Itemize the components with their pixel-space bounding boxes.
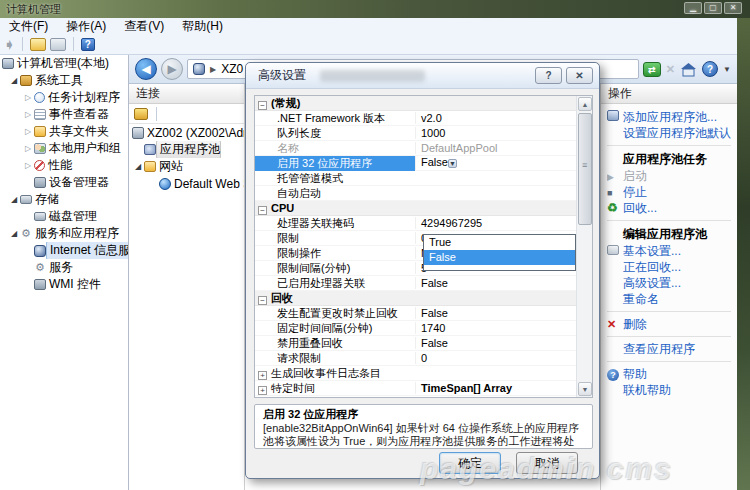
expand-icon[interactable]: + [258,386,267,395]
tree-item-iis-manager[interactable]: Internet 信息服务(IIS)管 [0,242,128,259]
grid-row-name[interactable]: 名称 DefaultAppPool [255,141,577,156]
expander-closed-icon[interactable]: ▷ [25,110,34,119]
menu-view[interactable]: 查看(V) [115,18,173,34]
computer-icon [2,58,14,69]
expander-open-icon[interactable]: ◢ [135,162,144,171]
action-online-help[interactable]: 联机帮助 [607,382,731,398]
grid-row-queue-length[interactable]: 队列长度 1000 [255,126,577,141]
minimize-button[interactable]: ▁ [684,2,702,14]
collapse-icon[interactable]: − [258,296,267,305]
grid-row-autostart[interactable]: 自动启动 [255,186,577,201]
dialog-help-button[interactable]: ? [535,67,562,84]
expander-closed-icon[interactable]: ▷ [25,93,34,102]
expander-open-icon[interactable]: ◢ [11,76,20,85]
action-start[interactable]: ▶ 启动 [607,168,731,184]
collapse-icon[interactable]: − [258,101,267,110]
action-set-app-pool-defaults[interactable]: 设置应用程序池默认设置... [607,125,731,141]
action-add-app-pool[interactable]: 添加应用程序池... [607,109,731,125]
grid-row-net-framework-version[interactable]: .NET Framework 版本 v2.0 [255,111,577,126]
grid-row-processor-affinity-enabled[interactable]: 已启用处理器关联 False [255,276,577,291]
tree-item-system-tools[interactable]: ◢ 系统工具 [0,72,128,89]
tree-item-wmi-control[interactable]: WMI 控件 [0,276,128,293]
grid-row-managed-pipeline-mode[interactable]: 托管管道模式 [255,171,577,186]
collapse-icon[interactable]: − [258,206,267,215]
save-connections-icon[interactable] [134,108,148,120]
menu-action[interactable]: 操作(A) [57,18,115,34]
wmi-icon [34,279,46,290]
conn-item-app-pools[interactable]: 应用程序池 [129,141,244,158]
grid-row-disable-recycle-on-config-change[interactable]: 发生配置更改时禁止回收 False [255,306,577,321]
tree-item-services[interactable]: ⚙ 服务 [0,259,128,276]
dialog-close-button[interactable]: ✕ [566,67,593,84]
maximize-button[interactable]: ▢ [704,2,722,14]
action-recycle[interactable]: ♻ 回收... [607,200,731,216]
expand-icon[interactable]: + [258,371,267,380]
grid-section-cpu[interactable]: −CPU [255,201,577,216]
grid-scrollbar[interactable]: ▲ ▼ [576,96,592,397]
tree-item-services-and-applications[interactable]: ◢ ⚙ 服务和应用程序 [0,225,128,242]
tree-item-performance[interactable]: ▷ 性能 [0,157,128,174]
combo-option-true[interactable]: True [424,235,575,250]
grid-row-regular-time-interval[interactable]: 固定时间间隔(分钟) 1740 [255,321,577,336]
tree-item-task-scheduler[interactable]: ▷ 任务计划程序 [0,89,128,106]
action-help[interactable]: ? 帮助 [607,366,731,382]
conn-item-server[interactable]: XZ002 (XZ002\Admin [129,124,244,141]
grid-row-request-limit[interactable]: 请求限制 0 [255,351,577,366]
grid-row-enable-32bit-apps[interactable]: 启用 32 位应用程序 False▼ [255,156,577,171]
expander-open-icon[interactable]: ◢ [11,195,20,204]
tree-item-event-viewer[interactable]: ▷ 事件查看器 [0,106,128,123]
menu-help[interactable]: 帮助(H) [173,18,232,34]
scroll-up-icon[interactable]: ▲ [578,97,592,111]
tree-item-device-manager[interactable]: 设备管理器 [0,174,128,191]
home-icon[interactable] [680,62,697,77]
close-button[interactable]: ✕ [724,2,742,14]
dialog-titlebar[interactable]: 高级设置 ? ✕ [246,63,599,89]
scroll-down-icon[interactable]: ▼ [578,382,592,396]
actions-header: 操作 [601,84,737,104]
conn-item-sites[interactable]: ◢ 网站 [129,158,244,175]
action-basic-settings[interactable]: 基本设置... [607,243,731,259]
grid-row-specific-times[interactable]: +特定时间 TimeSpan[] Array [255,381,577,396]
conn-item-default-web-site[interactable]: Default Web S [129,175,244,192]
action-advanced-settings[interactable]: 高级设置... [607,275,731,291]
grid-section-recycling[interactable]: −回收 [255,291,577,306]
tree-item-disk-management[interactable]: 磁盘管理 [0,208,128,225]
help-icon[interactable]: ? [702,61,718,77]
combo-option-false[interactable]: False [424,250,575,265]
action-view-applications[interactable]: 查看应用程序 [607,341,731,357]
combo-dropdown-button[interactable]: ▼ [448,159,457,168]
forward-arrow-icon[interactable]: ➧ [4,37,15,52]
refresh-go-icon[interactable]: ⇄ [643,62,661,77]
recycle-icon: ♻ [607,201,618,215]
export-list-icon[interactable] [30,38,46,51]
add-app-pool-icon [607,110,619,121]
action-recycling[interactable]: 正在回收... [607,259,731,275]
action-stop[interactable]: ■ 停止 [607,184,731,200]
tree-item-computer-management[interactable]: 计算机管理(本地) [0,55,128,72]
basic-settings-icon [607,245,619,255]
tree-item-shared-folders[interactable]: ▷ 共享文件夹 [0,123,128,140]
grid-section-general[interactable]: −(常规) [255,96,577,111]
action-rename[interactable]: 重命名 [607,291,731,307]
back-button[interactable]: ◀ [135,58,157,80]
expander-open-icon[interactable]: ◢ [11,229,20,238]
help-icon[interactable]: ? [81,38,95,51]
tree-item-local-users-groups[interactable]: ▷ 本地用户和组 [0,140,128,157]
tree-item-storage[interactable]: ◢ 存储 [0,191,128,208]
server-icon [132,127,144,139]
grid-row-disable-overlapped-recycle[interactable]: 禁用重叠回收 False [255,336,577,351]
disk-icon [34,212,46,221]
grid-row-generate-recycle-event-log-entry[interactable]: +生成回收事件日志条目 [255,366,577,381]
scrollbar-thumb[interactable] [578,113,592,225]
show-console-tree-icon[interactable] [50,38,66,51]
chevron-down-icon[interactable]: ▼ [723,65,731,74]
menu-file[interactable]: 文件(F) [0,18,57,34]
start-icon: ▶ [607,172,614,182]
expander-closed-icon[interactable]: ▷ [25,161,34,170]
forward-button[interactable]: ▶ [161,58,183,80]
grid-row-processor-affinity-mask[interactable]: 处理器关联掩码 4294967295 [255,216,577,231]
expander-closed-icon[interactable]: ▷ [25,144,34,153]
expander-closed-icon[interactable]: ▷ [25,127,34,136]
window-titlebar[interactable]: 计算机管理 ▁ ▢ ✕ [0,0,750,18]
action-delete[interactable]: ✕ 删除 [607,316,731,332]
